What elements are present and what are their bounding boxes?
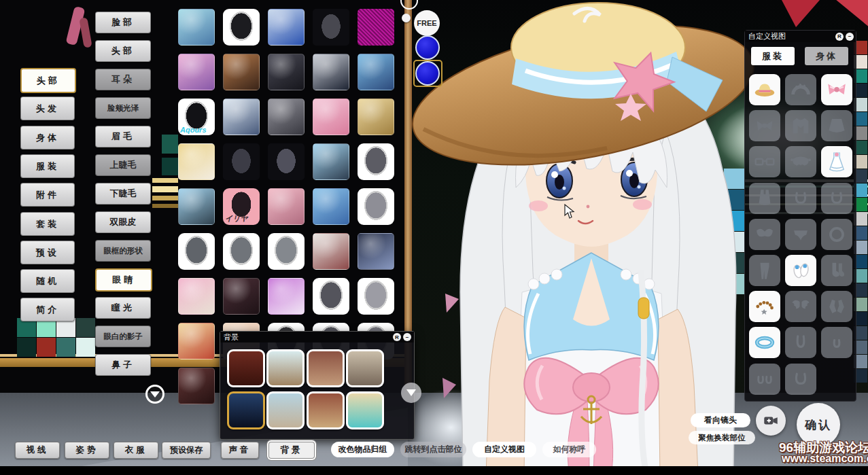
eye-thumbnail[interactable] — [268, 99, 305, 135]
clothing-slot-bow-tie[interactable] — [749, 110, 780, 141]
clothing-slot-ring[interactable] — [821, 219, 852, 250]
clothing-slot-piercing-u[interactable] — [821, 183, 852, 214]
eye-thumbnail[interactable] — [313, 233, 349, 270]
eye-thumbnail[interactable] — [178, 9, 215, 46]
subbar-scroll-down-button[interactable] — [145, 385, 164, 404]
subcategory-item-6[interactable]: 下睫毛 — [95, 183, 151, 205]
eye-thumbnail[interactable]: Aqours — [178, 99, 215, 135]
custom-view-titlebar[interactable]: 自定义视图 R − — [745, 31, 856, 42]
clothing-slot-dress[interactable] — [821, 146, 852, 177]
sidebar-item-5[interactable]: 套装 — [20, 212, 75, 236]
eye-thumbnail[interactable] — [268, 54, 305, 90]
sidebar-item-6[interactable]: 预设 — [20, 241, 75, 264]
eye-thumbnail[interactable] — [358, 143, 394, 180]
bottombar-button-3[interactable]: 预设保存 — [162, 442, 211, 459]
eye-thumbnail[interactable] — [223, 54, 260, 90]
eye-thumbnail[interactable] — [223, 143, 260, 180]
background-thumbnail[interactable] — [227, 391, 265, 429]
eye-thumbnail[interactable] — [223, 278, 260, 315]
background-thumbnail[interactable] — [346, 391, 384, 429]
clothing-slot-jacket[interactable] — [785, 110, 816, 141]
eye-thumbnail[interactable]: イリヤ — [223, 188, 260, 225]
subcategory-item-5[interactable]: 上睫毛 — [95, 154, 151, 176]
eye-thumbnail[interactable] — [313, 188, 349, 225]
clothing-slot-gloves[interactable] — [821, 291, 852, 322]
background-thumbnail[interactable] — [346, 349, 384, 387]
bottombar-pill-0[interactable]: 改色物品归组 — [331, 442, 394, 457]
clothing-slot-piercing-nub[interactable] — [821, 327, 852, 358]
eye-thumbnail[interactable] — [268, 188, 305, 225]
eye-thumbnail[interactable] — [358, 278, 394, 315]
bottombar-button-1[interactable]: 姿势 — [65, 442, 109, 459]
clothing-slot-pantyhose[interactable] — [749, 255, 780, 286]
subcategory-item-3[interactable]: 脸颊光泽 — [95, 97, 151, 119]
eye-thumbnail[interactable] — [178, 323, 215, 359]
clothing-slot-bead-chain[interactable] — [749, 291, 780, 322]
background-popup-titlebar[interactable]: 背景 R − — [220, 332, 414, 342]
eye-thumbnail[interactable] — [268, 278, 305, 315]
eye-thumbnail[interactable] — [178, 188, 215, 225]
subcategory-item-9[interactable]: 眼睛 — [95, 268, 152, 292]
sidebar-item-1[interactable]: 头发 — [20, 96, 75, 120]
sidebar-item-3[interactable]: 服装 — [20, 154, 75, 178]
eye-thumbnail[interactable] — [358, 9, 394, 46]
clothing-slot-headband[interactable] — [785, 74, 816, 105]
bottombar-button-2[interactable]: 衣服 — [114, 442, 158, 459]
eye-thumbnail[interactable] — [358, 99, 394, 135]
subcategory-item-8[interactable]: 眼框的形状 — [95, 240, 151, 262]
tab-body[interactable]: 身体 — [805, 47, 848, 65]
eye-thumbnail[interactable] — [178, 54, 215, 90]
clothing-slot-socks[interactable] — [821, 255, 852, 286]
bottombar-pill-3[interactable]: 如何称呼 — [542, 442, 596, 457]
eye-thumbnail[interactable] — [358, 54, 394, 90]
eye-thumbnail[interactable] — [178, 368, 215, 404]
eye-thumbnail[interactable] — [223, 233, 260, 270]
clothing-slot-panties[interactable] — [785, 219, 816, 250]
background-thumbnail[interactable] — [266, 349, 305, 387]
tab-clothing[interactable]: 服装 — [751, 47, 795, 65]
color-swatch[interactable] — [415, 61, 440, 86]
background-thumbnail[interactable] — [307, 391, 345, 429]
bottombar-pill-1[interactable]: 跳转到点击部位 — [400, 442, 466, 457]
subcategory-item-2[interactable]: 耳朵 — [95, 69, 151, 90]
minimize-icon[interactable]: − — [846, 33, 854, 41]
clothing-slot-piercing-hook[interactable] — [785, 327, 816, 358]
eye-thumbnail[interactable] — [313, 278, 349, 315]
reset-badge[interactable]: R — [835, 33, 844, 41]
eye-thumbnail[interactable] — [358, 188, 394, 225]
subcategory-item-11[interactable]: 眼白的影子 — [95, 326, 151, 347]
sidebar-item-0[interactable]: 头部 — [20, 68, 76, 93]
eye-thumbnail[interactable] — [223, 99, 260, 135]
clothing-slot-piercing-double[interactable] — [749, 364, 780, 395]
clothing-slot-skirt[interactable] — [821, 110, 852, 141]
bottombar-button-0[interactable]: 视线 — [15, 442, 60, 459]
minimize-icon[interactable]: − — [403, 333, 411, 341]
focus-part-button[interactable]: 聚焦换装部位 — [689, 431, 755, 444]
subcategory-item-7[interactable]: 双眼皮 — [95, 211, 151, 233]
clothing-slot-scrunchie[interactable] — [749, 327, 780, 358]
clothing-slot-slippers[interactable] — [785, 255, 816, 286]
background-thumbnail[interactable] — [307, 349, 345, 387]
clothing-slot-piercing-u[interactable] — [785, 364, 816, 395]
clothing-slot-bra[interactable] — [749, 219, 780, 250]
sidebar-item-2[interactable]: 身体 — [20, 126, 75, 149]
eye-thumbnail[interactable] — [178, 143, 215, 180]
popup-scroll-down-button[interactable] — [401, 383, 421, 403]
sidebar-item-4[interactable]: 附件 — [20, 183, 75, 207]
clothing-slot-eye-mask[interactable] — [785, 146, 816, 177]
clothing-slot-piercing-u[interactable] — [785, 183, 816, 214]
color-free-button[interactable]: FREE — [414, 10, 440, 36]
subcategory-item-4[interactable]: 眉毛 — [95, 126, 151, 147]
subcategory-item-12[interactable]: 鼻子 — [95, 354, 151, 376]
eye-thumbnail[interactable] — [313, 143, 349, 180]
subcategory-item-0[interactable]: 脸部 — [95, 12, 151, 33]
eye-thumbnail[interactable] — [313, 54, 349, 90]
subcategory-item-1[interactable]: 头部 — [95, 40, 151, 62]
bottombar-button-4[interactable]: 声音 — [221, 442, 259, 459]
eye-thumbnail[interactable] — [358, 233, 394, 270]
grid-scroll-handle[interactable] — [402, 14, 411, 22]
color-swatch[interactable] — [415, 35, 440, 60]
sidebar-item-7[interactable]: 随机 — [20, 269, 75, 293]
look-at-camera-button[interactable]: 看向镜头 — [691, 413, 750, 427]
sidebar-item-8[interactable]: 简介 — [20, 298, 75, 321]
